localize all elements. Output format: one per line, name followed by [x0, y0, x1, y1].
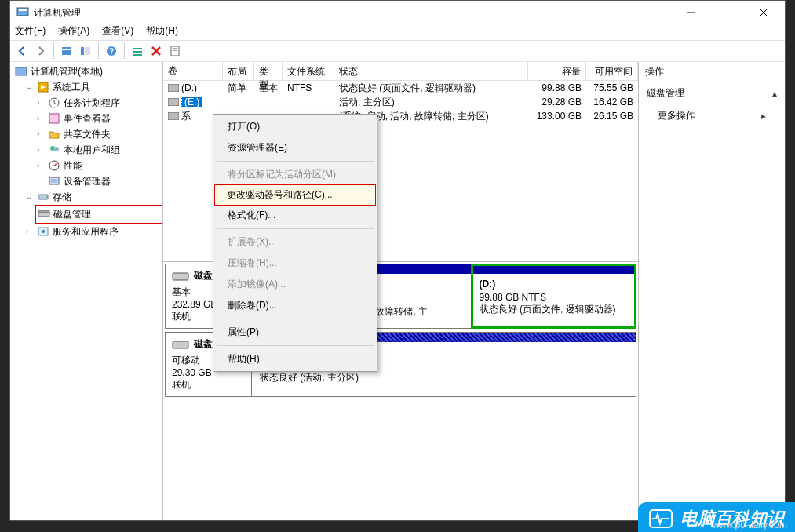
- svg-rect-10: [85, 47, 90, 55]
- svg-point-31: [46, 196, 47, 198]
- help-button[interactable]: ?: [103, 42, 120, 60]
- svg-rect-24: [49, 114, 59, 123]
- svg-rect-40: [173, 341, 188, 348]
- svg-rect-0: [17, 8, 28, 16]
- app-window: 计算机管理 文件(F) 操作(A) 查看(V) 帮助(H) ?: [9, 0, 786, 521]
- actions-more[interactable]: 更多操作 ▸: [639, 104, 785, 127]
- svg-rect-20: [173, 50, 177, 51]
- cm-help[interactable]: 帮助(H): [215, 348, 375, 370]
- view-large-button[interactable]: [58, 42, 75, 60]
- cm-delete[interactable]: 删除卷(D)...: [215, 295, 375, 316]
- col-volume[interactable]: 卷: [163, 62, 223, 80]
- svg-rect-9: [81, 47, 84, 55]
- volume-header: 卷 布局 类型 文件系统 状态 容量 可用空间: [163, 62, 638, 81]
- tree-systools[interactable]: ⌄ 系统工具: [24, 79, 162, 95]
- svg-rect-36: [168, 84, 179, 92]
- view-details-button[interactable]: [77, 42, 94, 60]
- expand-icon[interactable]: ›: [37, 111, 45, 126]
- tree-item-label: 服务和应用程序: [53, 224, 119, 239]
- cm-change-letter[interactable]: 更改驱动器号和路径(C)...: [214, 184, 376, 206]
- collapse-icon[interactable]: ⌄: [26, 189, 34, 205]
- expand-triangle-icon: ▸: [761, 111, 766, 122]
- svg-rect-32: [38, 213, 49, 217]
- window-title: 计算机管理: [34, 6, 673, 20]
- col-layout[interactable]: 布局: [223, 62, 254, 80]
- cm-explorer[interactable]: 资源管理器(E): [215, 137, 375, 159]
- minimize-button[interactable]: [673, 1, 709, 24]
- menu-help[interactable]: 帮助(H): [146, 24, 178, 40]
- maximize-button[interactable]: [709, 1, 746, 24]
- tree-systools-label: 系统工具: [53, 79, 90, 95]
- partition-status: 状态良好 (页面文件, 逻辑驱动器): [480, 303, 628, 316]
- properties-button[interactable]: [166, 42, 184, 60]
- partition-size: 99.88 GB NTFS: [480, 292, 628, 303]
- volume-row-selected[interactable]: (E:) 活动, 主分区) 29.28 GB 16.42 GB: [163, 95, 638, 109]
- tree-item-label: 任务计划程序: [64, 95, 120, 111]
- svg-point-25: [50, 146, 55, 151]
- actions-section[interactable]: 磁盘管理 ▴: [639, 82, 785, 104]
- tree-task-scheduler[interactable]: ›任务计划程序: [35, 95, 162, 111]
- svg-rect-37: [168, 98, 179, 106]
- svg-rect-1: [19, 9, 27, 11]
- cm-extend: 扩展卷(X)...: [215, 231, 375, 253]
- app-icon: [16, 6, 29, 19]
- cancel-button[interactable]: [148, 42, 165, 60]
- tree-pane[interactable]: 计算机管理(本地) ⌄ 系统工具 ›任务计划程序 ›事件查看器: [10, 62, 163, 520]
- svg-rect-3: [724, 9, 731, 16]
- actions-pane: 操作 磁盘管理 ▴ 更多操作 ▸: [639, 62, 785, 520]
- svg-text:?: ?: [109, 47, 114, 56]
- expand-icon[interactable]: ›: [37, 126, 45, 142]
- svg-rect-29: [51, 179, 57, 183]
- cm-format[interactable]: 格式化(F)...: [215, 205, 375, 226]
- expand-icon[interactable]: ›: [37, 142, 45, 158]
- col-status[interactable]: 状态: [334, 62, 528, 80]
- disk-icon: [172, 270, 189, 282]
- partition-d[interactable]: (D:) 99.88 GB NTFS 状态良好 (页面文件, 逻辑驱动器): [472, 264, 636, 328]
- disk-status: 联机: [172, 378, 245, 392]
- tree-services[interactable]: › 服务和应用程序: [24, 224, 162, 239]
- tree-performance[interactable]: ›性能: [35, 158, 162, 173]
- nav-forward-button[interactable]: [32, 42, 49, 60]
- disk-icon: [172, 338, 189, 351]
- cm-mark-active: 将分区标记为活动分区(M): [215, 164, 375, 185]
- svg-rect-33: [38, 210, 49, 213]
- menu-view[interactable]: 查看(V): [102, 24, 133, 40]
- close-button[interactable]: [746, 1, 782, 24]
- tree-device-manager[interactable]: 设备管理器: [35, 173, 162, 189]
- menu-file[interactable]: 文件(F): [15, 24, 46, 40]
- tree-event-viewer[interactable]: ›事件查看器: [35, 111, 162, 126]
- tree-storage[interactable]: ⌄ 存储: [24, 189, 162, 205]
- svg-rect-38: [168, 112, 179, 120]
- expand-icon[interactable]: ›: [37, 158, 45, 173]
- tree-shared-folders[interactable]: ›共享文件夹: [35, 126, 162, 142]
- expand-icon[interactable]: ›: [37, 95, 45, 111]
- tree-disk-management[interactable]: 磁盘管理: [35, 205, 162, 224]
- collapse-icon[interactable]: ⌄: [26, 79, 34, 95]
- col-type[interactable]: 类型: [254, 62, 283, 80]
- menu-action[interactable]: 操作(A): [58, 24, 89, 40]
- col-capacity[interactable]: 容量: [528, 62, 586, 80]
- col-free[interactable]: 可用空间: [586, 62, 638, 80]
- collapse-triangle-icon[interactable]: ▴: [772, 88, 777, 99]
- tree-item-label: 本地用户和组: [64, 142, 120, 158]
- svg-rect-8: [62, 53, 71, 55]
- svg-rect-39: [173, 273, 188, 280]
- svg-rect-15: [133, 54, 142, 56]
- cm-open[interactable]: 打开(O): [215, 116, 375, 137]
- svg-rect-13: [133, 48, 142, 49]
- tree-local-users[interactable]: ›本地用户和组: [35, 142, 162, 158]
- refresh-button[interactable]: [129, 42, 146, 60]
- tree-root-label: 计算机管理(本地): [31, 64, 103, 79]
- volume-row[interactable]: (D:) 简单 基本 NTFS 状态良好 (页面文件, 逻辑驱动器) 99.88…: [163, 81, 638, 95]
- nav-back-button[interactable]: [13, 42, 31, 60]
- tree-storage-label: 存储: [53, 189, 71, 205]
- svg-rect-6: [62, 47, 71, 49]
- cm-properties[interactable]: 属性(P): [215, 322, 375, 343]
- cm-shrink: 压缩卷(H)...: [215, 253, 375, 274]
- col-filesystem[interactable]: 文件系统: [283, 62, 334, 80]
- tree-item-label: 事件查看器: [64, 111, 111, 126]
- tree-item-label: 共享文件夹: [64, 126, 111, 142]
- expand-icon[interactable]: ›: [26, 224, 34, 239]
- tree-root[interactable]: 计算机管理(本地): [13, 64, 162, 79]
- cm-mirror: 添加镜像(A)...: [215, 274, 375, 295]
